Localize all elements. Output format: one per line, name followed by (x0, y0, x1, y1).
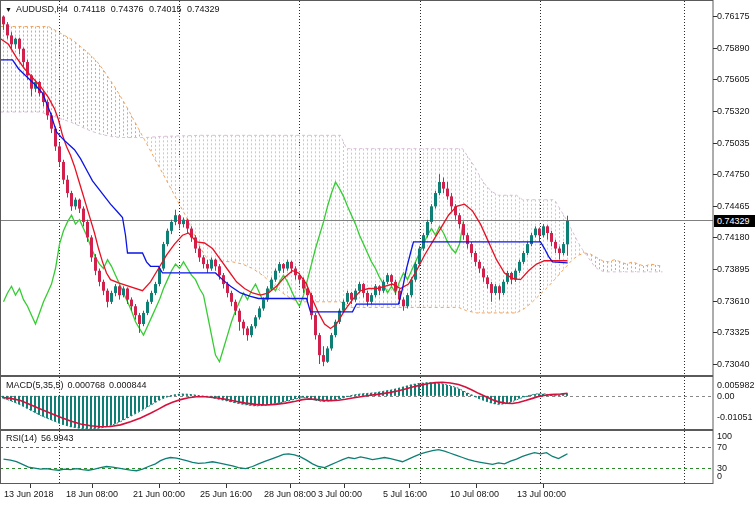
macd-main-value: 0.000768 (68, 380, 106, 390)
ohlc-open: 0.74118 (73, 4, 105, 14)
price-axis-label: 0.75035 (717, 138, 750, 148)
price-axis-label: 0.74750 (717, 169, 750, 179)
price-axis-label: 0.76175 (717, 11, 750, 21)
rsi-axis-label: 70 (717, 442, 727, 452)
macd-name: MACD(5,35,5) (6, 380, 64, 390)
chart-header: ▼AUDUSD,H4 0.74118 0.74376 0.74015 0.743… (5, 4, 223, 14)
price-axis-label: 0.73040 (717, 359, 750, 369)
macd-axis-label: -0.01051 (717, 412, 753, 422)
ohlc-close: 0.74329 (187, 4, 220, 14)
macd-axis-label: 0.00 (717, 391, 735, 401)
price-axis-label: 0.73610 (717, 296, 750, 306)
chevron-down-icon: ▼ (5, 6, 12, 13)
rsi-axis-label: 0 (717, 471, 722, 481)
ohlc-low: 0.74015 (149, 4, 182, 14)
time-axis-label: 18 Jun 08:00 (66, 489, 118, 499)
macd-signal-value: 0.000844 (109, 380, 147, 390)
price-axis-label: 0.74465 (717, 201, 750, 211)
time-axis-label: 13 Jun 2018 (4, 489, 54, 499)
chart-window: ▼AUDUSD,H4 0.74118 0.74376 0.74015 0.743… (0, 0, 755, 506)
price-chart-canvas[interactable] (0, 0, 755, 506)
macd-axis-label: 0.005982 (717, 380, 755, 390)
price-axis-label: 0.75320 (717, 106, 750, 116)
rsi-value: 56.9943 (41, 433, 74, 443)
price-axis-label: 0.75890 (717, 43, 750, 53)
time-axis-label: 25 Jun 16:00 (200, 489, 252, 499)
time-axis-label: 3 Jul 00:00 (318, 489, 362, 499)
rsi-indicator-label: RSI(14)56.9943 (6, 433, 78, 443)
time-axis-label: 28 Jun 08:00 (264, 489, 316, 499)
price-axis-label: 0.73895 (717, 264, 750, 274)
time-axis-label: 13 Jul 00:00 (517, 489, 566, 499)
rsi-name: RSI(14) (6, 433, 37, 443)
price-axis-label: 0.73325 (717, 327, 750, 337)
macd-indicator-label: MACD(5,35,5)0.0007680.000844 (6, 380, 151, 390)
time-axis-label: 10 Jul 08:00 (450, 489, 499, 499)
time-axis-label: 5 Jul 16:00 (383, 489, 427, 499)
price-axis-label: 0.75605 (717, 74, 750, 84)
ohlc-high: 0.74376 (111, 4, 144, 14)
time-axis-label: 21 Jun 00:00 (133, 489, 185, 499)
symbol-timeframe: AUDUSD,H4 (16, 4, 68, 14)
current-price-badge: 0.74329 (714, 215, 755, 227)
price-axis-label: 0.74180 (717, 232, 750, 242)
rsi-axis-label: 100 (717, 431, 732, 441)
